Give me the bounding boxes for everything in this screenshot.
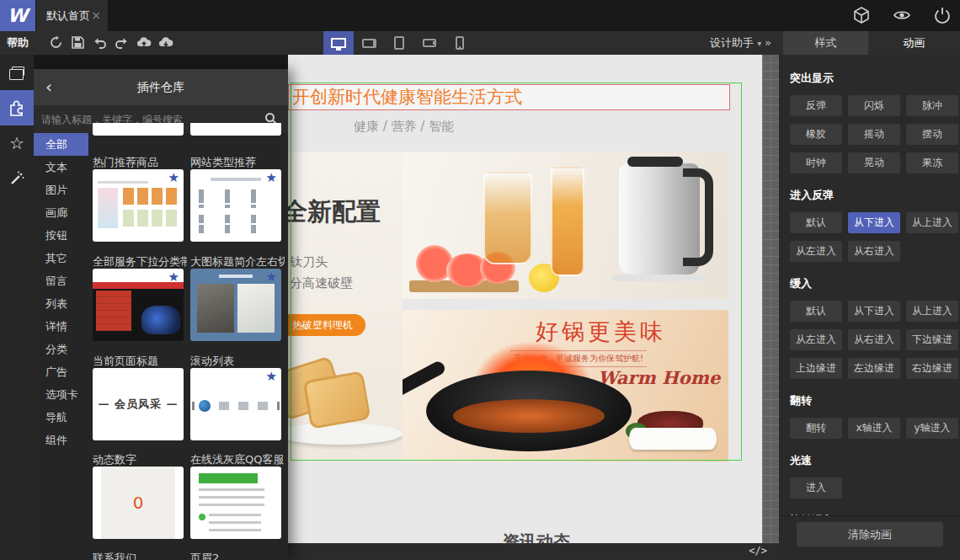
clear-animation-button[interactable]: 清除动画 — [797, 522, 943, 547]
category-item[interactable]: 广告 — [34, 360, 88, 383]
animation-option-button[interactable]: 从上进入 — [906, 301, 958, 322]
animation-option-button[interactable]: 从左进入 — [790, 241, 842, 262]
animation-option-button[interactable]: 上边缘进 — [790, 358, 842, 379]
plugin-card[interactable]: ★ — [190, 368, 281, 440]
animation-option-button[interactable]: 从下进入 — [848, 212, 900, 233]
animation-option-button[interactable]: 时钟 — [790, 152, 842, 173]
category-item[interactable]: 列表 — [34, 292, 88, 315]
animation-option-button[interactable]: 摆动 — [906, 124, 958, 145]
plugin-card[interactable]: ★ — [190, 169, 281, 242]
tab-animation[interactable]: 动画 — [868, 31, 960, 55]
canvas-subtitle-text[interactable]: 健康 / 营养 / 智能 — [354, 119, 454, 135]
animation-option-button[interactable]: 晃动 — [848, 152, 900, 173]
animation-option-button[interactable]: 果冻 — [906, 152, 958, 173]
plugin-card-label: 在线浅灰底QQ客服 — [190, 452, 285, 466]
animation-option-button[interactable]: x轴进入 — [848, 418, 900, 439]
sidebar-item-design-tools[interactable] — [0, 161, 34, 196]
animation-option-button[interactable]: 从右进入 — [848, 329, 900, 350]
design-assistant-dropdown[interactable]: 设计助手 ▾ — [710, 31, 761, 56]
page-tab-default-home[interactable]: 默认首页 × — [36, 0, 108, 31]
animation-option-button[interactable]: 从下进入 — [848, 301, 900, 322]
plugin-card[interactable] — [190, 467, 281, 539]
expand-panel-button[interactable]: » — [765, 31, 771, 55]
animation-option-button[interactable]: 默认 — [790, 301, 842, 322]
category-item[interactable]: 其它 — [34, 247, 88, 269]
category-item[interactable]: 选项卡 — [34, 383, 88, 406]
sidebar-item-plugins[interactable] — [0, 90, 34, 125]
animation-option-button[interactable]: 脉冲 — [906, 95, 958, 116]
kettle-banner-image[interactable] — [403, 152, 728, 299]
animation-option-button[interactable]: 翻转 — [790, 418, 842, 439]
animation-option-button[interactable]: 从右进入 — [848, 241, 900, 262]
category-item[interactable]: 按钮 — [34, 224, 88, 247]
plugin-card[interactable]: ★ — [190, 269, 281, 341]
plugin-card-partial[interactable] — [190, 123, 281, 136]
help-button[interactable]: 帮助 — [7, 31, 29, 55]
device-tablet-button[interactable] — [384, 31, 414, 55]
design-canvas[interactable]: 开创新时代健康智能生活方式 健康 / 营养 / 智能 全新配置 钛刀头 分高速破… — [288, 55, 762, 543]
undo-icon[interactable] — [93, 35, 107, 50]
plugin-categories: 全部文本图片画廊按钮其它留言列表详情分类广告选项卡导航组件 — [34, 69, 88, 560]
close-tab-icon[interactable]: × — [91, 0, 101, 31]
animation-option-button[interactable]: 右边缘进 — [906, 358, 958, 379]
animation-section-title: 突出显示 — [790, 71, 960, 86]
category-item[interactable]: 全部 — [34, 133, 88, 156]
cloud-upload-icon[interactable] — [136, 35, 151, 50]
components-cube-icon[interactable] — [852, 6, 871, 24]
animation-section: 突出显示反弹闪烁脉冲橡胶摇动摆动时钟晃动果冻 — [790, 71, 960, 173]
chevron-down-icon: ▾ — [757, 39, 761, 48]
plugin-card[interactable]: ★ — [93, 169, 184, 242]
sidebar-item-favorites[interactable]: ☆ — [0, 125, 34, 161]
category-item[interactable]: 详情 — [34, 315, 88, 338]
device-phone-landscape-button[interactable] — [414, 31, 445, 55]
star-icon[interactable]: ★ — [168, 269, 179, 285]
star-icon[interactable]: ★ — [168, 170, 179, 185]
animation-section-title: 进入反弹 — [790, 188, 960, 203]
animation-option-button[interactable]: 从左进入 — [790, 329, 842, 350]
star-icon[interactable]: ★ — [266, 170, 277, 185]
animation-option-button[interactable]: 闪烁 — [848, 95, 900, 116]
category-item[interactable]: 文本 — [34, 156, 88, 179]
redo-icon[interactable] — [115, 35, 129, 50]
category-item[interactable]: 组件 — [34, 429, 88, 451]
animation-option-button[interactable]: 反弹 — [790, 95, 842, 116]
plugin-card[interactable]: 0 — [93, 467, 184, 539]
device-desktop-button[interactable] — [323, 31, 354, 55]
sidebar-item-pages[interactable] — [0, 55, 34, 90]
category-item[interactable]: 图片 — [34, 179, 88, 201]
category-item[interactable]: 画廊 — [34, 201, 88, 224]
plugin-card-partial[interactable] — [93, 123, 184, 136]
power-icon[interactable] — [933, 6, 952, 24]
selected-heading-element[interactable]: 开创新时代健康智能生活方式 — [288, 84, 730, 110]
plugin-card-label: 页眉2 — [190, 551, 285, 560]
animation-option-button[interactable]: 默认 — [790, 212, 842, 233]
device-phone-portrait-button[interactable] — [445, 31, 475, 55]
cloud-download-icon[interactable] — [158, 35, 173, 50]
preview-eye-icon[interactable] — [893, 6, 911, 24]
star-icon[interactable]: ★ — [266, 369, 277, 384]
plugin-card[interactable]: ★ — [93, 269, 184, 341]
category-item[interactable]: 导航 — [34, 406, 88, 429]
category-item[interactable]: 留言 — [34, 269, 88, 292]
animation-option-button[interactable]: 左边缘进 — [848, 358, 900, 379]
tab-style[interactable]: 样式 — [783, 31, 868, 55]
animation-option-button[interactable]: 从上进入 — [906, 212, 958, 233]
code-view-icon[interactable]: </> — [749, 545, 767, 557]
wok-banner-image[interactable]: 好锅更美味 无忧购物，至诚服务为你保驾护航! Warm Home — [403, 310, 728, 461]
banner1-cta-button[interactable]: 热破壁料理机 — [288, 314, 365, 336]
category-item[interactable]: 分类 — [34, 338, 88, 360]
star-icon[interactable]: ★ — [266, 269, 277, 285]
banner2-title: 好锅更美味 — [536, 317, 666, 347]
banner-left-column[interactable]: 全新配置 钛刀头 分高速破壁 热破壁料理机 — [288, 152, 403, 461]
canvas-scrollbar[interactable] — [762, 55, 779, 543]
save-icon[interactable] — [71, 35, 85, 50]
animation-option-button[interactable]: 进入 — [790, 477, 842, 499]
phone-portrait-icon — [456, 36, 464, 50]
animation-option-button[interactable]: 下边缘进 — [906, 329, 958, 350]
device-laptop-button[interactable] — [354, 31, 384, 55]
plugin-card[interactable]: — 会员风采 — — [93, 368, 184, 440]
refresh-icon[interactable] — [49, 35, 63, 50]
animation-option-button[interactable]: 橡胶 — [790, 124, 842, 145]
animation-option-button[interactable]: y轴进入 — [906, 418, 958, 439]
animation-option-button[interactable]: 摇动 — [848, 124, 900, 145]
